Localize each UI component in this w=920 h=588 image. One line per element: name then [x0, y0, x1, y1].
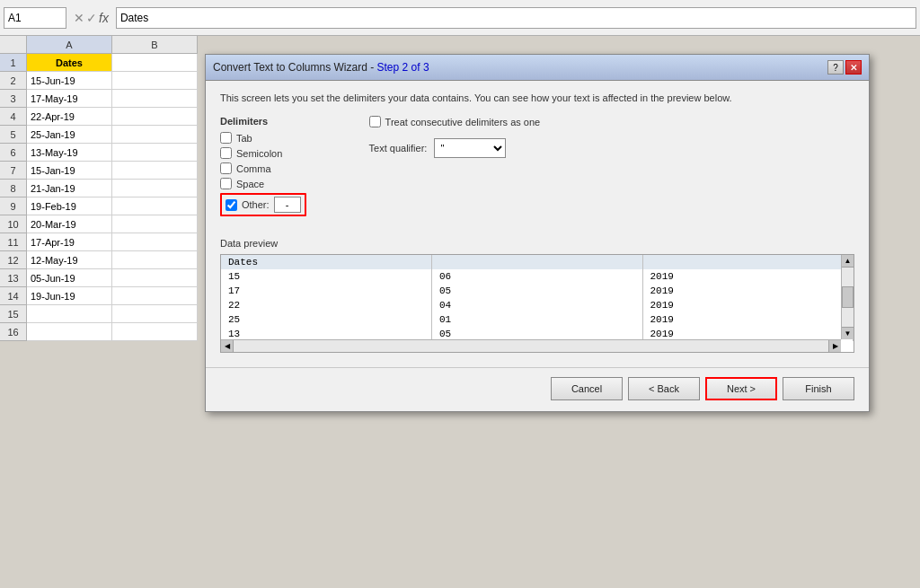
cell-b2[interactable]	[112, 72, 198, 90]
comma-checkbox-row[interactable]: Comma	[220, 162, 306, 174]
preview-row: 22 04 2019	[221, 298, 854, 312]
row-header-11[interactable]: 11	[0, 233, 27, 251]
cell-a3[interactable]: 17-May-19	[27, 90, 112, 108]
cell-b15[interactable]	[112, 305, 198, 323]
cell-a15[interactable]	[27, 305, 112, 323]
other-delimiter-row: Other:	[220, 193, 306, 216]
row-header-16[interactable]: 16	[0, 323, 27, 341]
cell-reference-box[interactable]: A1	[4, 7, 66, 29]
row-header-15[interactable]: 15	[0, 305, 27, 323]
cell-b12[interactable]	[112, 251, 198, 269]
space-checkbox-row[interactable]: Space	[220, 178, 306, 189]
cell-b6[interactable]	[112, 144, 198, 162]
cell-b16[interactable]	[112, 323, 198, 341]
col-header-a[interactable]: A	[27, 36, 112, 54]
delimiter-options: Tab Semicolon Comma Space	[220, 132, 306, 216]
row-header-7[interactable]: 7	[0, 162, 27, 180]
help-button[interactable]: ?	[827, 60, 844, 75]
cell-b13[interactable]	[112, 269, 198, 287]
semicolon-checkbox[interactable]	[220, 147, 232, 159]
preview-row: 17 05 2019	[221, 284, 854, 298]
cell-b8[interactable]	[112, 180, 198, 197]
back-button[interactable]: < Back	[628, 377, 700, 400]
cell-a12[interactable]: 12-May-19	[27, 251, 112, 269]
preview-cell	[432, 255, 643, 269]
right-options: Treat consecutive delimiters as one Text…	[369, 116, 541, 225]
row-header-9[interactable]: 9	[0, 197, 27, 215]
treat-consecutive-label: Treat consecutive delimiters as one	[385, 117, 541, 127]
cell-a5[interactable]: 25-Jan-19	[27, 126, 112, 144]
table-row: 6 13-May-19	[0, 144, 198, 162]
finish-button[interactable]: Finish	[783, 377, 854, 400]
formula-cross-icon[interactable]: ✕	[74, 11, 84, 25]
cell-a16[interactable]	[27, 323, 112, 341]
preview-cell: Dates	[221, 255, 432, 269]
row-header-3[interactable]: 3	[0, 90, 27, 108]
close-button[interactable]: ✕	[845, 60, 862, 75]
cell-b5[interactable]	[112, 126, 198, 144]
preview-cell: 22	[221, 298, 432, 312]
corner-cell	[0, 36, 27, 54]
comma-checkbox[interactable]	[220, 162, 232, 174]
preview-cell: 15	[221, 269, 432, 284]
preview-cell	[642, 255, 854, 269]
space-checkbox[interactable]	[220, 178, 232, 189]
cell-a6[interactable]: 13-May-19	[27, 144, 112, 162]
row-header-13[interactable]: 13	[0, 269, 27, 287]
preview-cell: 17	[221, 284, 432, 298]
semicolon-checkbox-row[interactable]: Semicolon	[220, 147, 306, 159]
cell-b9[interactable]	[112, 197, 198, 215]
formula-input[interactable]	[116, 7, 916, 29]
cell-a1[interactable]: Dates	[27, 54, 112, 72]
cell-a7[interactable]: 15-Jan-19	[27, 162, 112, 180]
vertical-scrollbar[interactable]: ▲ ▼	[841, 255, 854, 339]
formula-fx-icon: fx	[99, 11, 109, 25]
row-header-5[interactable]: 5	[0, 126, 27, 144]
cell-a13[interactable]: 05-Jun-19	[27, 269, 112, 287]
table-row: 12 12-May-19	[0, 251, 198, 269]
cell-a8[interactable]: 21-Jan-19	[27, 180, 112, 197]
cell-b7[interactable]	[112, 162, 198, 180]
table-row: 3 17-May-19	[0, 90, 198, 108]
formula-check-icon[interactable]: ✓	[86, 11, 97, 25]
cell-a11[interactable]: 17-Apr-19	[27, 233, 112, 251]
cell-b1[interactable]	[112, 54, 198, 72]
cell-a4[interactable]: 22-Apr-19	[27, 108, 112, 126]
row-header-12[interactable]: 12	[0, 251, 27, 269]
horizontal-scrollbar[interactable]: ◀ ▶	[221, 339, 841, 352]
cell-a14[interactable]: 19-Jun-19	[27, 287, 112, 305]
wizard-dialog: Convert Text to Columns Wizard - Step 2 …	[205, 54, 870, 412]
comma-label: Comma	[236, 163, 271, 174]
cell-b11[interactable]	[112, 233, 198, 251]
cell-b14[interactable]	[112, 287, 198, 305]
other-checkbox[interactable]	[226, 199, 237, 211]
preview-cell: 04	[432, 298, 643, 312]
preview-cell: 25	[221, 312, 432, 327]
row-header-1[interactable]: 1	[0, 54, 27, 72]
col-header-b[interactable]: B	[112, 36, 198, 54]
other-input[interactable]	[274, 197, 301, 213]
cell-a10[interactable]: 20-Mar-19	[27, 215, 112, 233]
table-row: 7 15-Jan-19	[0, 162, 198, 180]
cell-b10[interactable]	[112, 215, 198, 233]
row-header-8[interactable]: 8	[0, 180, 27, 197]
row-header-6[interactable]: 6	[0, 144, 27, 162]
row-header-14[interactable]: 14	[0, 287, 27, 305]
cell-a2[interactable]: 15-Jun-19	[27, 72, 112, 90]
row-header-10[interactable]: 10	[0, 215, 27, 233]
tab-checkbox-row[interactable]: Tab	[220, 132, 306, 144]
treat-consecutive-row[interactable]: Treat consecutive delimiters as one	[369, 116, 541, 127]
cell-a9[interactable]: 19-Feb-19	[27, 197, 112, 215]
next-button[interactable]: Next >	[705, 377, 777, 400]
treat-consecutive-checkbox[interactable]	[369, 116, 381, 127]
row-header-2[interactable]: 2	[0, 72, 27, 90]
row-header-4[interactable]: 4	[0, 108, 27, 126]
dialog-content: This screen lets you set the delimiters …	[206, 81, 869, 364]
tab-checkbox[interactable]	[220, 132, 232, 144]
preview-box[interactable]: Dates 15 06 2019 17 05 2019	[220, 254, 854, 353]
description-text: This screen lets you set the delimiters …	[220, 92, 854, 105]
cell-b4[interactable]	[112, 108, 198, 126]
cancel-button[interactable]: Cancel	[551, 377, 623, 400]
cell-b3[interactable]	[112, 90, 198, 108]
text-qualifier-select[interactable]: " ' {none}	[434, 138, 506, 158]
